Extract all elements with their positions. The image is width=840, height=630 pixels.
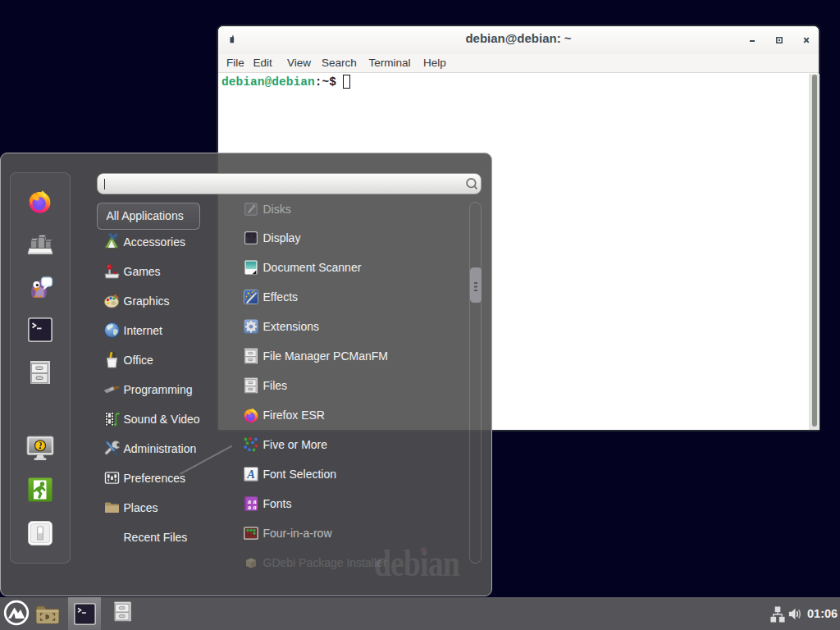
svg-text:A: A [246,468,255,481]
svg-text:a: a [253,503,256,510]
svg-text:a: a [248,503,251,510]
